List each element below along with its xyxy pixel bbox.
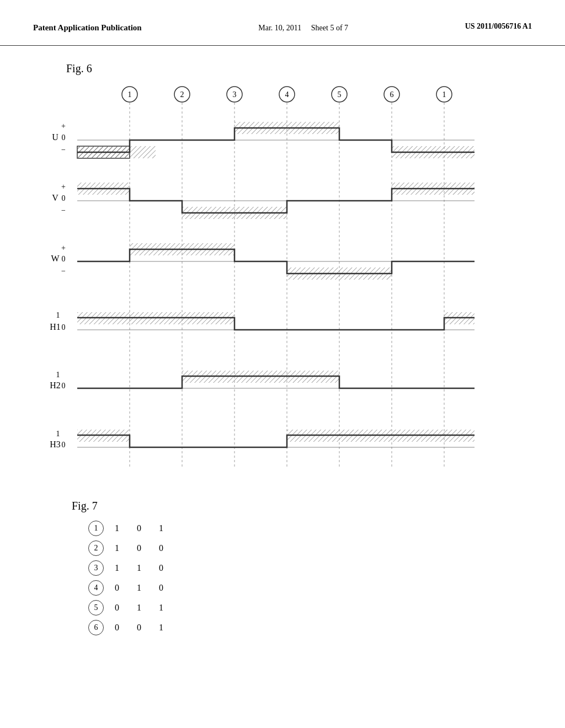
fig7-row: 21 0 0: [88, 540, 565, 556]
svg-text:−: −: [61, 146, 66, 154]
fig6-title: Fig. 6: [66, 62, 565, 75]
svg-text:+: +: [61, 122, 66, 130]
sector-values: 0 0 1: [115, 623, 171, 633]
sector-values: 1 0 1: [115, 523, 171, 533]
svg-text:+: +: [61, 244, 66, 252]
waveform-svg: 1 2 3 4 5 6 1: [33, 81, 530, 483]
publication-label: Patent Application Publication: [33, 23, 142, 32]
svg-text:V: V: [52, 193, 58, 202]
svg-text:0: 0: [62, 133, 66, 142]
svg-text:1: 1: [56, 430, 60, 438]
header: Patent Application Publication Mar. 10, …: [0, 0, 565, 46]
svg-text:0: 0: [62, 194, 66, 202]
sector-circle: 4: [88, 580, 104, 596]
sector-circle: 1: [88, 521, 104, 536]
fig7-row: 11 0 1: [88, 521, 565, 536]
svg-text:−: −: [61, 206, 66, 215]
header-center: Mar. 10, 2011 Sheet 5 of 7: [258, 22, 348, 34]
fig7-row: 40 1 0: [88, 580, 565, 596]
svg-text:0: 0: [62, 255, 66, 263]
patent-number: US 2011/0056716 A1: [465, 22, 532, 30]
svg-text:5: 5: [338, 90, 342, 99]
svg-text:+: +: [61, 183, 66, 191]
fig7-row: 31 1 0: [88, 560, 565, 576]
svg-text:0: 0: [62, 382, 66, 390]
sector-values: 1 0 0: [115, 543, 171, 553]
fig7-title: Fig. 7: [72, 500, 565, 512]
svg-text:0: 0: [62, 323, 66, 331]
sector-circle: 2: [88, 540, 104, 556]
sector-circle: 3: [88, 560, 104, 576]
header-right: US 2011/0056716 A1: [465, 22, 532, 31]
header-left: Patent Application Publication: [33, 22, 142, 34]
sector-values: 0 1 0: [115, 583, 171, 593]
sector-values: 0 1 1: [115, 603, 171, 613]
svg-text:W: W: [51, 254, 60, 263]
svg-text:3: 3: [233, 90, 237, 99]
svg-text:1: 1: [56, 371, 60, 379]
fig6-diagram: 1 2 3 4 5 6 1: [33, 81, 532, 483]
svg-text:−: −: [61, 267, 66, 275]
sector-circle: 5: [88, 600, 104, 615]
svg-text:H1: H1: [50, 322, 61, 331]
sector-circle: 6: [88, 620, 104, 635]
svg-text:H3: H3: [50, 440, 61, 449]
fig7-row: 50 1 1: [88, 600, 565, 615]
page: Patent Application Publication Mar. 10, …: [0, 0, 565, 728]
svg-text:1: 1: [443, 90, 446, 99]
svg-text:U: U: [52, 132, 58, 142]
fig7-section: Fig. 7 11 0 121 0 031 1 040 1 050 1 160 …: [72, 500, 565, 635]
svg-text:6: 6: [390, 90, 394, 99]
svg-text:2: 2: [180, 90, 184, 99]
svg-text:1: 1: [128, 90, 132, 99]
svg-text:0: 0: [62, 441, 66, 449]
svg-text:1: 1: [56, 311, 60, 319]
fig7-table: 11 0 121 0 031 1 040 1 050 1 160 0 1: [88, 521, 565, 635]
date-label: Mar. 10, 2011: [258, 24, 301, 32]
sector-values: 1 1 0: [115, 563, 171, 573]
fig7-row: 60 0 1: [88, 620, 565, 635]
svg-text:H2: H2: [50, 381, 61, 390]
sheet-label: Sheet 5 of 7: [311, 24, 348, 32]
svg-text:4: 4: [285, 90, 289, 99]
